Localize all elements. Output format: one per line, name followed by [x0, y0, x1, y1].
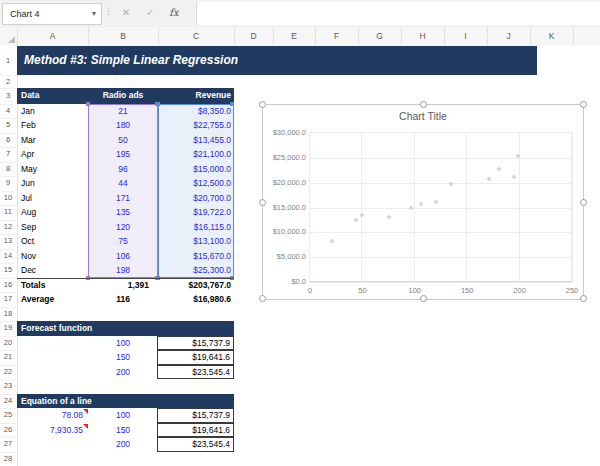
- row-header-3[interactable]: 3: [0, 88, 16, 105]
- chart-selection-handle[interactable]: [580, 101, 587, 108]
- cell-month[interactable]: Jun: [17, 176, 92, 191]
- column-header-g[interactable]: G: [358, 27, 402, 45]
- column-header-d[interactable]: D: [234, 27, 274, 45]
- column-header-k[interactable]: K: [530, 27, 574, 45]
- row-header-8[interactable]: 8: [0, 162, 16, 178]
- column-header-j[interactable]: J: [487, 27, 531, 45]
- cell-month[interactable]: Jan: [17, 104, 92, 119]
- cell-revenue[interactable]: $25,300.0: [158, 263, 234, 278]
- row-header-5[interactable]: 5: [0, 118, 16, 134]
- cell-revenue[interactable]: $19,722.0: [158, 205, 234, 220]
- cell-radio-ads[interactable]: 75: [88, 234, 158, 249]
- row-header-15[interactable]: 15: [0, 263, 16, 279]
- forecast-header-cell[interactable]: Forecast function: [17, 321, 234, 336]
- cell-forecast-output[interactable]: $23,545.4: [157, 365, 234, 380]
- chart-selection-handle[interactable]: [420, 295, 427, 302]
- cell-totals-label[interactable]: Totals: [17, 278, 88, 293]
- selection-handle[interactable]: [156, 102, 160, 106]
- cell-forecast-input[interactable]: 200: [88, 365, 158, 380]
- cell-radio-ads[interactable]: 21: [88, 104, 158, 119]
- selection-handle[interactable]: [86, 102, 90, 106]
- chevron-down-icon[interactable]: ▾: [92, 4, 96, 24]
- row-header-19[interactable]: 19: [0, 321, 16, 337]
- cell-radio-ads[interactable]: 171: [88, 191, 158, 206]
- row-header-4[interactable]: 4: [0, 104, 16, 120]
- cell-month[interactable]: Mar: [17, 133, 92, 148]
- chart-selection-handle[interactable]: [259, 199, 266, 206]
- row-header-10[interactable]: 10: [0, 191, 16, 207]
- fx-icon[interactable]: fx: [164, 4, 184, 22]
- column-header-h[interactable]: H: [401, 27, 445, 45]
- cell-radio-ads[interactable]: 180: [88, 118, 158, 133]
- cell-radio-ads[interactable]: 198: [88, 263, 158, 278]
- cell-month[interactable]: Dec: [17, 263, 92, 278]
- cell-equation-output[interactable]: $15,737.9: [157, 408, 234, 423]
- cell-equation-input[interactable]: 150: [88, 423, 158, 438]
- row-header-20[interactable]: 20: [0, 336, 16, 352]
- row-header-18[interactable]: 18: [0, 307, 16, 323]
- cell-month[interactable]: Aug: [17, 205, 92, 220]
- cell-forecast-output[interactable]: $15,737.9: [157, 336, 234, 351]
- cell-radio-ads[interactable]: 96: [88, 162, 158, 177]
- chart-selection-handle[interactable]: [580, 295, 587, 302]
- cell-month[interactable]: Nov: [17, 249, 92, 264]
- row-header-24[interactable]: 24: [0, 394, 16, 410]
- row-header-14[interactable]: 14: [0, 249, 16, 265]
- column-header-e[interactable]: E: [273, 27, 316, 45]
- cell-month[interactable]: Oct: [17, 234, 92, 249]
- cell-revenue[interactable]: $20,700.0: [158, 191, 234, 206]
- cell-forecast-input[interactable]: 100: [88, 336, 158, 351]
- row-header-11[interactable]: 11: [0, 205, 16, 221]
- row-header-23[interactable]: 23: [0, 379, 16, 395]
- cell-forecast-output[interactable]: $19,641.6: [157, 350, 234, 365]
- chart-selection-handle[interactable]: [580, 199, 587, 206]
- column-header-b[interactable]: B: [88, 27, 159, 45]
- cell-month[interactable]: Feb: [17, 118, 92, 133]
- row-header-17[interactable]: 17: [0, 292, 16, 308]
- row-header-26[interactable]: 26: [0, 423, 16, 439]
- chart-title[interactable]: Chart Title: [263, 110, 583, 122]
- check-icon[interactable]: ✓: [140, 4, 160, 22]
- cell-radio-ads[interactable]: 106: [88, 249, 158, 264]
- cell-month[interactable]: Apr: [17, 147, 92, 162]
- cell-revenue[interactable]: $12,500.0: [158, 176, 234, 191]
- chart-selection-handle[interactable]: [259, 101, 266, 108]
- cell-revenue[interactable]: $8,350.0: [158, 104, 234, 119]
- row-header-2[interactable]: 2: [0, 75, 16, 89]
- chart-selection-handle[interactable]: [259, 295, 266, 302]
- cell-slope[interactable]: 78.08: [17, 408, 83, 423]
- scatter-chart[interactable]: Chart Title $0.0$5,000.0$10,000.0$15,000…: [262, 104, 584, 300]
- cell-equation-output[interactable]: $19,641.6: [157, 423, 234, 438]
- column-header-c[interactable]: C: [158, 27, 235, 45]
- row-header-1[interactable]: 1: [0, 46, 16, 76]
- cell-forecast-input[interactable]: 150: [88, 350, 158, 365]
- chart-selection-handle[interactable]: [420, 101, 427, 108]
- row-header-21[interactable]: 21: [0, 350, 16, 366]
- cell-revenue[interactable]: $21,100.0: [158, 147, 234, 162]
- cell-intercept[interactable]: 7,930.35: [17, 423, 83, 438]
- row-header-6[interactable]: 6: [0, 133, 16, 149]
- row-header-28[interactable]: 28: [0, 452, 16, 466]
- chart-plot-area[interactable]: $0.0$5,000.0$10,000.0$15,000.0$20,000.0$…: [309, 132, 573, 283]
- cell-revenue[interactable]: $13,455.0: [158, 133, 234, 148]
- row-header-12[interactable]: 12: [0, 220, 16, 236]
- cell-month[interactable]: Sep: [17, 220, 92, 235]
- row-header-9[interactable]: 9: [0, 176, 16, 192]
- cancel-icon[interactable]: ✕: [116, 4, 136, 22]
- cell-totals-revenue[interactable]: $203,767.0: [158, 278, 234, 293]
- table-header-row[interactable]: Data Radio ads Revenue: [17, 88, 234, 104]
- cell-radio-ads[interactable]: 44: [88, 176, 158, 191]
- cell-month[interactable]: May: [17, 162, 92, 177]
- cell-equation-input[interactable]: 200: [88, 437, 158, 452]
- cell-equation-output[interactable]: $23,545.4: [157, 437, 234, 452]
- cell-average-label[interactable]: Average: [17, 292, 88, 307]
- cell-totals-ads[interactable]: 1,391: [88, 278, 158, 293]
- cell-revenue[interactable]: $22,755.0: [158, 118, 234, 133]
- cell-revenue[interactable]: $16,115.0: [158, 220, 234, 235]
- column-header-f[interactable]: F: [315, 27, 359, 45]
- cell-radio-ads[interactable]: 195: [88, 147, 158, 162]
- title-banner-cell[interactable]: Method #3: Simple Linear Regression: [17, 46, 537, 75]
- row-header-16[interactable]: 16: [0, 278, 16, 294]
- cell-radio-ads[interactable]: 50: [88, 133, 158, 148]
- row-header-25[interactable]: 25: [0, 408, 16, 424]
